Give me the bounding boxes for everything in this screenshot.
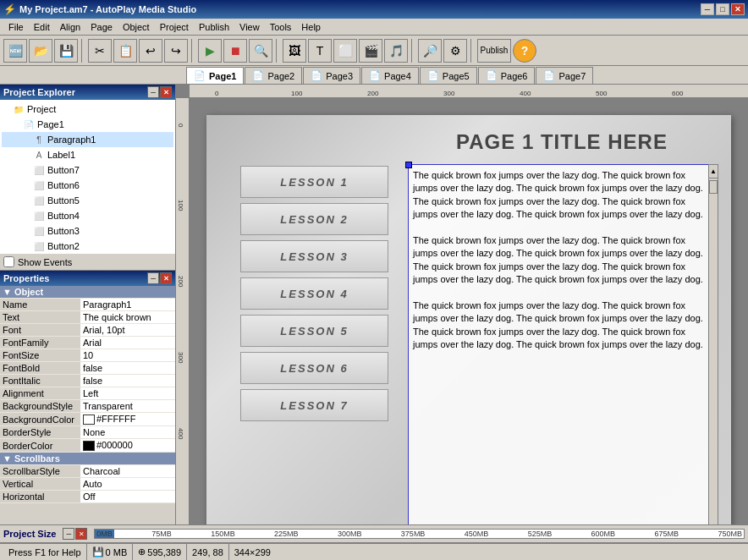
show-events-checkbox[interactable] bbox=[3, 256, 14, 267]
status-filesize: 💾 0 MB bbox=[87, 544, 134, 560]
toolbar-image[interactable]: 🖼 bbox=[283, 39, 306, 63]
ruler-vertical: 0 100 200 300 400 bbox=[176, 98, 190, 524]
tree-project[interactable]: 📁 Project bbox=[2, 102, 173, 117]
maximize-button[interactable]: □ bbox=[716, 3, 729, 15]
left-panel: Project Explorer ─ ✕ 📁 Project bbox=[0, 85, 176, 524]
btn-icon-2: ⬜ bbox=[32, 239, 46, 253]
toolbar-open[interactable]: 📂 bbox=[29, 39, 52, 63]
tab-page6[interactable]: 📄Page6 bbox=[478, 67, 536, 84]
paragraph-text-box[interactable]: The quick brown fox jumps over the lazy … bbox=[408, 164, 709, 524]
menu-tools[interactable]: Tools bbox=[265, 20, 297, 34]
btn-icon-3: ⬜ bbox=[32, 224, 46, 238]
lesson-btn-4[interactable]: LESSON 4 bbox=[240, 277, 388, 310]
btn-icon-6: ⬜ bbox=[32, 178, 46, 192]
size-minimize-btn[interactable]: ─ bbox=[63, 528, 74, 540]
toolbar-help[interactable]: ? bbox=[513, 39, 536, 63]
toolbar-audio[interactable]: 🎵 bbox=[384, 39, 408, 63]
prop-fontitalic: FontItalicfalse bbox=[0, 375, 175, 387]
coordinates-value: 595,389 bbox=[147, 547, 181, 557]
lesson-btn-5[interactable]: LESSON 5 bbox=[240, 315, 388, 347]
prop-bgstyle: BackgroundStyleTransparent bbox=[0, 400, 175, 413]
canvas-area[interactable]: 0 100 200 300 400 500 600 700 0 100 200 … bbox=[176, 85, 748, 524]
lesson-btn-6[interactable]: LESSON 6 bbox=[240, 352, 388, 384]
menu-file[interactable]: File bbox=[3, 20, 29, 34]
lesson-btn-7[interactable]: LESSON 7 bbox=[240, 389, 388, 421]
lesson-btn-1[interactable]: LESSON 1 bbox=[240, 166, 388, 198]
coord-icon: ⊕ bbox=[138, 546, 146, 557]
tab-page3[interactable]: 📄Page3 bbox=[303, 67, 360, 84]
tab-page2[interactable]: 📄Page2 bbox=[245, 67, 302, 84]
tree-paragraph1[interactable]: ¶ Paragraph1 bbox=[2, 132, 173, 147]
toolbar-play[interactable]: ▶ bbox=[198, 39, 222, 63]
project-explorer-title: Project Explorer bbox=[3, 87, 75, 97]
tab-page7[interactable]: 📄Page7 bbox=[536, 67, 593, 84]
file-size-value: 0 MB bbox=[106, 547, 128, 557]
menu-align[interactable]: Align bbox=[55, 20, 85, 34]
tree-button3[interactable]: ⬜ Button3 bbox=[2, 223, 173, 239]
tree-button7[interactable]: ⬜ Button7 bbox=[2, 162, 173, 178]
lesson-btn-3[interactable]: LESSON 3 bbox=[240, 240, 388, 272]
toolbar: 🆕 📂 💾 ✂ 📋 ↩ ↪ ▶ ⏹ 🔍 🖼 T ⬜ 🎬 🎵 🔎 ⚙ Publis… bbox=[0, 36, 748, 66]
explorer-close-btn[interactable]: ✕ bbox=[160, 86, 172, 98]
btn-icon-5: ⬜ bbox=[32, 194, 46, 207]
textbox-scrollbar[interactable]: ▲ ▼ bbox=[708, 164, 718, 524]
lesson-btn-2[interactable]: LESSON 2 bbox=[240, 203, 388, 235]
toolbar-zoom[interactable]: 🔎 bbox=[418, 39, 442, 63]
toolbar-undo[interactable]: ↩ bbox=[139, 39, 162, 63]
prop-name: NameParagraph1 bbox=[0, 299, 175, 311]
menu-bar: File Edit Align Page Object Project Publ… bbox=[0, 19, 748, 36]
tab-page4[interactable]: 📄Page4 bbox=[361, 67, 419, 84]
toolbar-save[interactable]: 💾 bbox=[54, 39, 78, 63]
explorer-minimize-btn[interactable]: ─ bbox=[147, 86, 159, 98]
toolbar-redo[interactable]: ↪ bbox=[164, 39, 188, 63]
toolbar-publish[interactable]: Publish bbox=[477, 39, 511, 63]
size-close-btn[interactable]: ✕ bbox=[75, 528, 87, 540]
menu-view[interactable]: View bbox=[234, 20, 265, 34]
tree-button4[interactable]: ⬜ Button4 bbox=[2, 208, 173, 223]
main-area: 📄Page1 📄Page2 📄Page3 📄Page4 📄Page5 📄Page… bbox=[0, 66, 748, 543]
tree-page1[interactable]: 📄 Page1 bbox=[2, 117, 173, 132]
scrollbar-thumb[interactable] bbox=[709, 180, 718, 194]
close-button[interactable]: ✕ bbox=[731, 3, 745, 15]
toolbar-video[interactable]: 🎬 bbox=[359, 39, 382, 63]
tree-label1[interactable]: A Label1 bbox=[2, 147, 173, 162]
status-dimensions: 344×299 bbox=[229, 544, 276, 560]
toolbar-stop[interactable]: ⏹ bbox=[223, 39, 247, 63]
content-area: Project Explorer ─ ✕ 📁 Project bbox=[0, 85, 748, 524]
position-value: 249, 88 bbox=[192, 547, 223, 557]
properties-panel: Properties ─ ✕ ▼ Object NameParagraph1 T… bbox=[0, 271, 175, 524]
menu-page[interactable]: Page bbox=[85, 20, 118, 34]
toolbar-button[interactable]: ⬜ bbox=[333, 39, 357, 63]
tree-button6[interactable]: ⬜ Button6 bbox=[2, 178, 173, 193]
show-events-row: Show Events bbox=[0, 254, 175, 270]
toolbar-copy[interactable]: 📋 bbox=[113, 39, 137, 63]
properties-header: Properties ─ ✕ bbox=[0, 271, 175, 286]
menu-object[interactable]: Object bbox=[118, 20, 155, 34]
toolbar-cut[interactable]: ✂ bbox=[88, 39, 112, 63]
props-minimize-btn[interactable]: ─ bbox=[147, 272, 159, 284]
prop-scrollbarstyle: ScrollbarStyleCharcoal bbox=[0, 465, 175, 478]
toolbar-preview[interactable]: 🔍 bbox=[249, 39, 272, 63]
project-tree[interactable]: 📁 Project 📄 Page1 ¶ Paragraph bbox=[0, 100, 175, 254]
tab-page1[interactable]: 📄Page1 bbox=[186, 67, 244, 84]
project-size-title: Project Size bbox=[3, 529, 56, 539]
tab-page5[interactable]: 📄Page5 bbox=[420, 67, 477, 84]
tree-button5[interactable]: ⬜ Button5 bbox=[2, 193, 173, 208]
tree-button2[interactable]: ⬜ Button2 bbox=[2, 239, 173, 254]
prop-horizontal: HorizontalOff bbox=[0, 491, 175, 503]
prop-vertical: VerticalAuto bbox=[0, 478, 175, 491]
props-close-btn[interactable]: ✕ bbox=[160, 272, 172, 284]
selection-handle-tl[interactable] bbox=[405, 162, 412, 168]
menu-publish[interactable]: Publish bbox=[194, 20, 234, 34]
scrollbar-up-btn[interactable]: ▲ bbox=[709, 165, 718, 178]
toolbar-text[interactable]: T bbox=[308, 39, 332, 63]
prop-bordercolor: BorderColor#000000 bbox=[0, 439, 175, 453]
menu-help[interactable]: Help bbox=[296, 20, 326, 34]
menu-edit[interactable]: Edit bbox=[29, 20, 55, 34]
toolbar-new[interactable]: 🆕 bbox=[3, 39, 27, 63]
toolbar-sep3 bbox=[276, 39, 279, 63]
minimize-button[interactable]: ─ bbox=[701, 3, 714, 15]
toolbar-settings[interactable]: ⚙ bbox=[443, 39, 467, 63]
menu-project[interactable]: Project bbox=[155, 20, 194, 34]
canvas-content[interactable]: PAGE 1 TITLE HERE LESSON 1 LESSON 2 LESS… bbox=[190, 98, 748, 524]
